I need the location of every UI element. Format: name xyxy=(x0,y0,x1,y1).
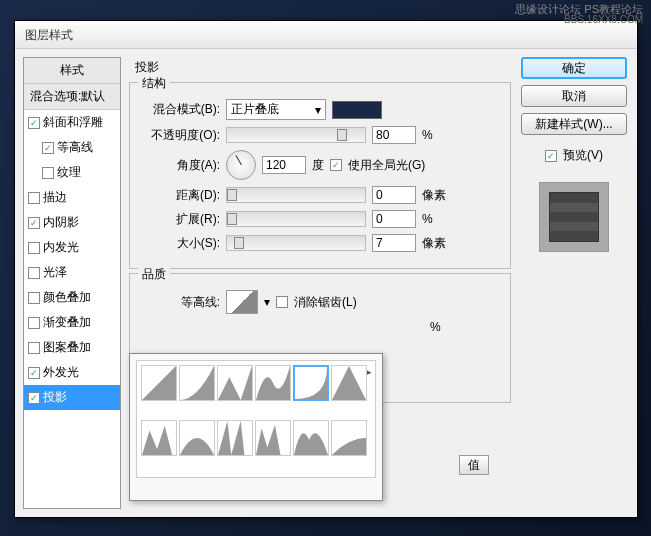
right-panel: 确定 取消 新建样式(W)... 预览(V) xyxy=(519,57,629,509)
size-unit: 像素 xyxy=(422,235,452,252)
style-checkbox[interactable] xyxy=(42,167,54,179)
style-checkbox[interactable] xyxy=(28,192,40,204)
global-light-checkbox[interactable] xyxy=(330,159,342,171)
sidebar-header[interactable]: 样式 xyxy=(24,58,120,84)
contour-preset-9[interactable] xyxy=(255,420,291,456)
style-checkbox[interactable] xyxy=(28,392,40,404)
style-checkbox[interactable] xyxy=(28,267,40,279)
style-checkbox[interactable] xyxy=(28,242,40,254)
spread-input[interactable]: 0 xyxy=(372,210,416,228)
antialias-label: 消除锯齿(L) xyxy=(294,294,357,311)
reset-button[interactable]: 值 xyxy=(459,455,489,475)
opacity-input[interactable]: 80 xyxy=(372,126,416,144)
ok-button[interactable]: 确定 xyxy=(521,57,627,79)
opacity-unit: % xyxy=(422,128,452,142)
sidebar-item-6[interactable]: 光泽 xyxy=(24,260,120,285)
sidebar-blend-options[interactable]: 混合选项:默认 xyxy=(24,84,120,110)
sidebar-item-9[interactable]: 图案叠加 xyxy=(24,335,120,360)
cancel-button[interactable]: 取消 xyxy=(521,85,627,107)
style-label: 投影 xyxy=(43,389,67,406)
blend-mode-label: 混合模式(B): xyxy=(140,101,220,118)
shadow-color-swatch[interactable] xyxy=(332,101,382,119)
spread-label: 扩展(R): xyxy=(140,211,220,228)
style-label: 纹理 xyxy=(57,164,81,181)
layer-style-dialog: 图层样式 样式 混合选项:默认 斜面和浮雕等高线纹理描边内阴影内发光光泽颜色叠加… xyxy=(14,20,638,518)
distance-unit: 像素 xyxy=(422,187,452,204)
size-slider[interactable] xyxy=(226,235,366,251)
noise-unit: % xyxy=(430,320,460,334)
style-checkbox[interactable] xyxy=(28,292,40,304)
contour-preset-6[interactable] xyxy=(141,420,177,456)
style-checkbox[interactable] xyxy=(28,217,40,229)
style-checkbox[interactable] xyxy=(28,317,40,329)
sidebar-item-10[interactable]: 外发光 xyxy=(24,360,120,385)
angle-input[interactable]: 120 xyxy=(262,156,306,174)
structure-title: 结构 xyxy=(138,75,170,92)
contour-preset-2[interactable] xyxy=(217,365,253,401)
contour-swatch[interactable] xyxy=(226,290,258,314)
new-style-button[interactable]: 新建样式(W)... xyxy=(521,113,627,135)
style-label: 光泽 xyxy=(43,264,67,281)
style-label: 渐变叠加 xyxy=(43,314,91,331)
sidebar-item-5[interactable]: 内发光 xyxy=(24,235,120,260)
style-label: 图案叠加 xyxy=(43,339,91,356)
sidebar-item-1[interactable]: 等高线 xyxy=(24,135,120,160)
blend-mode-select[interactable]: 正片叠底▾ xyxy=(226,99,326,120)
angle-unit: 度 xyxy=(312,157,324,174)
style-label: 等高线 xyxy=(57,139,93,156)
preview-label: 预览(V) xyxy=(563,147,603,164)
style-checkbox[interactable] xyxy=(28,342,40,354)
size-label: 大小(S): xyxy=(140,235,220,252)
style-label: 外发光 xyxy=(43,364,79,381)
angle-label: 角度(A): xyxy=(140,157,220,174)
angle-dial[interactable] xyxy=(226,150,256,180)
style-label: 内阴影 xyxy=(43,214,79,231)
style-label: 描边 xyxy=(43,189,67,206)
style-label: 斜面和浮雕 xyxy=(43,114,103,131)
quality-title: 品质 xyxy=(138,266,170,283)
sidebar-item-0[interactable]: 斜面和浮雕 xyxy=(24,110,120,135)
opacity-slider[interactable] xyxy=(226,127,366,143)
style-label: 颜色叠加 xyxy=(43,289,91,306)
contour-preset-3[interactable] xyxy=(255,365,291,401)
structure-group: 结构 混合模式(B): 正片叠底▾ 不透明度(O): 80 % 角度(A): 1… xyxy=(129,82,511,269)
style-label: 内发光 xyxy=(43,239,79,256)
opacity-label: 不透明度(O): xyxy=(140,127,220,144)
style-checkbox[interactable] xyxy=(28,367,40,379)
sidebar-item-11[interactable]: 投影 xyxy=(24,385,120,410)
style-checkbox[interactable] xyxy=(42,142,54,154)
antialias-checkbox[interactable] xyxy=(276,296,288,308)
contour-preset-4[interactable] xyxy=(293,365,329,401)
contour-preset-1[interactable] xyxy=(179,365,215,401)
sidebar-item-7[interactable]: 颜色叠加 xyxy=(24,285,120,310)
main-panel: 投影 结构 混合模式(B): 正片叠底▾ 不透明度(O): 80 % 角度(A)… xyxy=(129,57,511,509)
chevron-down-icon: ▾ xyxy=(315,103,321,117)
watermark-text-2: BBS.16XX8.COM xyxy=(564,14,643,25)
sidebar-item-3[interactable]: 描边 xyxy=(24,185,120,210)
distance-input[interactable]: 0 xyxy=(372,186,416,204)
contour-preset-8[interactable] xyxy=(217,420,253,456)
contour-preset-0[interactable] xyxy=(141,365,177,401)
spread-slider[interactable] xyxy=(226,211,366,227)
size-input[interactable]: 7 xyxy=(372,234,416,252)
contour-label: 等高线: xyxy=(140,294,220,311)
contour-dropdown-icon[interactable]: ▾ xyxy=(264,295,270,309)
global-light-label: 使用全局光(G) xyxy=(348,157,425,174)
spread-unit: % xyxy=(422,212,452,226)
contour-preset-10[interactable] xyxy=(293,420,329,456)
contour-preset-7[interactable] xyxy=(179,420,215,456)
preview-box xyxy=(539,182,609,252)
contour-picker-popup: ⚙ ▸ xyxy=(129,353,383,501)
panel-title: 投影 xyxy=(129,57,511,78)
preview-checkbox[interactable] xyxy=(545,150,557,162)
sidebar-item-8[interactable]: 渐变叠加 xyxy=(24,310,120,335)
contour-preset-11[interactable] xyxy=(331,420,367,456)
sidebar-item-4[interactable]: 内阴影 xyxy=(24,210,120,235)
dialog-title: 图层样式 xyxy=(15,21,637,49)
distance-slider[interactable] xyxy=(226,187,366,203)
sidebar-item-2[interactable]: 纹理 xyxy=(24,160,120,185)
contour-preset-5[interactable] xyxy=(331,365,367,401)
styles-sidebar: 样式 混合选项:默认 斜面和浮雕等高线纹理描边内阴影内发光光泽颜色叠加渐变叠加图… xyxy=(23,57,121,509)
style-checkbox[interactable] xyxy=(28,117,40,129)
contour-grid xyxy=(136,360,376,478)
